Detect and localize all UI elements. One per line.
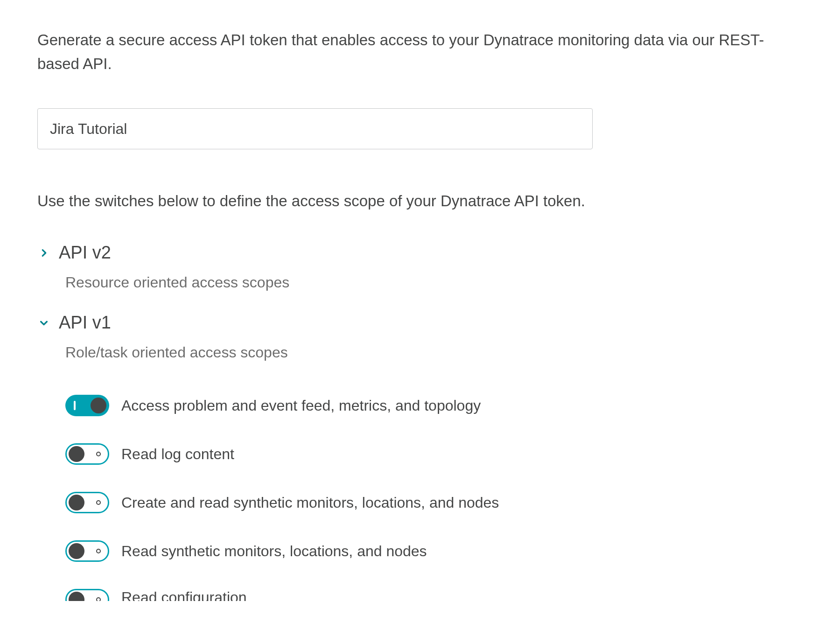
toggle-knob-icon (69, 592, 84, 601)
toggle-knob-icon (69, 495, 84, 510)
section-header-api-v2[interactable]: API v2 (37, 243, 803, 263)
scope-toggle-create-read-synthetic[interactable] (65, 492, 109, 513)
section-api-v2: API v2 Resource oriented access scopes (37, 243, 803, 291)
toggle-off-indicator-icon (96, 549, 101, 553)
section-desc-api-v2: Resource oriented access scopes (65, 274, 803, 291)
section-api-v1: API v1 Role/task oriented access scopes … (37, 313, 803, 601)
scope-list-api-v1: Access problem and event feed, metrics, … (65, 395, 803, 601)
token-name-input[interactable] (37, 108, 593, 149)
scope-toggle-read-configuration[interactable] (65, 589, 109, 601)
toggle-knob-icon (91, 398, 106, 413)
scope-row-cutoff: Read configuration (65, 589, 803, 601)
toggle-knob-icon (69, 543, 84, 559)
scope-toggle-read-synthetic[interactable] (65, 540, 109, 562)
section-desc-api-v1: Role/task oriented access scopes (65, 344, 803, 361)
scope-row: Read log content (65, 443, 803, 465)
scope-label: Read log content (121, 446, 234, 463)
scope-toggle-read-log-content[interactable] (65, 443, 109, 465)
toggle-knob-icon (69, 446, 84, 462)
scope-row: Access problem and event feed, metrics, … (65, 395, 803, 416)
scope-instructions: Use the switches below to define the acc… (37, 192, 803, 210)
toggle-off-indicator-icon (96, 500, 101, 505)
toggle-off-indicator-icon (96, 597, 101, 601)
section-title-api-v1: API v1 (59, 313, 111, 333)
chevron-down-icon (37, 316, 50, 329)
page-description: Generate a secure access API token that … (37, 28, 765, 76)
scope-label: Access problem and event feed, metrics, … (121, 397, 481, 414)
scope-row: Create and read synthetic monitors, loca… (65, 492, 803, 513)
scope-label: Create and read synthetic monitors, loca… (121, 494, 499, 511)
scope-label: Read configuration (121, 589, 247, 601)
section-header-api-v1[interactable]: API v1 (37, 313, 803, 333)
scope-label: Read synthetic monitors, locations, and … (121, 543, 427, 560)
scope-row: Read synthetic monitors, locations, and … (65, 540, 803, 562)
token-settings-page: Generate a secure access API token that … (0, 0, 840, 643)
toggle-on-indicator-icon (74, 401, 76, 410)
toggle-off-indicator-icon (96, 452, 101, 456)
chevron-right-icon (37, 246, 50, 259)
scope-toggle-access-problem-feed[interactable] (65, 395, 109, 416)
section-title-api-v2: API v2 (59, 243, 111, 263)
